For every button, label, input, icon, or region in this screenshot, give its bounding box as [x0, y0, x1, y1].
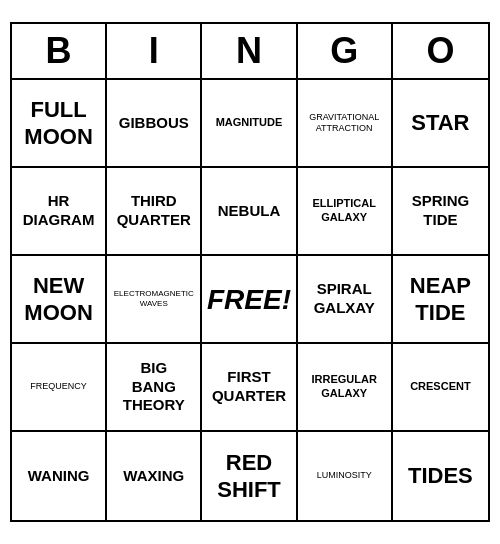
bingo-cell: RED SHIFT — [202, 432, 297, 520]
bingo-cell: WANING — [12, 432, 107, 520]
cell-label: LUMINOSITY — [317, 470, 372, 481]
cell-label: THIRD QUARTER — [117, 192, 191, 230]
bingo-cell: FREQUENCY — [12, 344, 107, 432]
bingo-cell: GRAVITATIONAL ATTRACTION — [298, 80, 393, 168]
cell-label: SPIRAL GALXAY — [314, 280, 375, 318]
bingo-cell: NEAP TIDE — [393, 256, 488, 344]
cell-label: MAGNITUDE — [216, 116, 283, 130]
cell-label: STAR — [411, 109, 469, 137]
bingo-header: BINGO — [12, 24, 488, 80]
bingo-cell: HR DIAGRAM — [12, 168, 107, 256]
header-letter: N — [202, 24, 297, 78]
bingo-cell: MAGNITUDE — [202, 80, 297, 168]
cell-label: BIG BANG THEORY — [123, 359, 185, 415]
cell-label: WAXING — [123, 467, 184, 486]
cell-label: SPRING TIDE — [412, 192, 470, 230]
cell-label: RED SHIFT — [217, 449, 281, 504]
cell-label: ELECTROMAGNETIC WAVES — [114, 289, 194, 309]
header-letter: G — [298, 24, 393, 78]
bingo-cell: LUMINOSITY — [298, 432, 393, 520]
cell-label: NEW MOON — [24, 272, 92, 327]
cell-label: ELLIPTICAL GALAXY — [312, 197, 376, 225]
bingo-cell: ELECTROMAGNETIC WAVES — [107, 256, 202, 344]
cell-label: GIBBOUS — [119, 114, 189, 133]
bingo-cell: GIBBOUS — [107, 80, 202, 168]
bingo-cell: THIRD QUARTER — [107, 168, 202, 256]
header-letter: I — [107, 24, 202, 78]
header-letter: O — [393, 24, 488, 78]
cell-label: FIRST QUARTER — [212, 368, 286, 406]
cell-label: IRREGULAR GALAXY — [312, 373, 377, 401]
bingo-cell: SPRING TIDE — [393, 168, 488, 256]
bingo-cell: NEW MOON — [12, 256, 107, 344]
header-letter: B — [12, 24, 107, 78]
cell-label: WANING — [28, 467, 90, 486]
bingo-grid: FULL MOONGIBBOUSMAGNITUDEGRAVITATIONAL A… — [12, 80, 488, 520]
cell-label: Free! — [207, 282, 291, 317]
cell-label: CRESCENT — [410, 380, 471, 394]
bingo-cell: WAXING — [107, 432, 202, 520]
bingo-cell: STAR — [393, 80, 488, 168]
cell-label: TIDES — [408, 462, 473, 490]
bingo-cell: Free! — [202, 256, 297, 344]
cell-label: HR DIAGRAM — [23, 192, 95, 230]
cell-label: NEAP TIDE — [410, 272, 471, 327]
bingo-cell: BIG BANG THEORY — [107, 344, 202, 432]
cell-label: FREQUENCY — [30, 381, 87, 392]
cell-label: GRAVITATIONAL ATTRACTION — [309, 112, 379, 135]
bingo-cell: FULL MOON — [12, 80, 107, 168]
bingo-cell: SPIRAL GALXAY — [298, 256, 393, 344]
bingo-cell: FIRST QUARTER — [202, 344, 297, 432]
bingo-cell: NEBULA — [202, 168, 297, 256]
cell-label: NEBULA — [218, 202, 281, 221]
bingo-card: BINGO FULL MOONGIBBOUSMAGNITUDEGRAVITATI… — [10, 22, 490, 522]
bingo-cell: ELLIPTICAL GALAXY — [298, 168, 393, 256]
bingo-cell: CRESCENT — [393, 344, 488, 432]
cell-label: FULL MOON — [24, 96, 92, 151]
bingo-cell: IRREGULAR GALAXY — [298, 344, 393, 432]
bingo-cell: TIDES — [393, 432, 488, 520]
